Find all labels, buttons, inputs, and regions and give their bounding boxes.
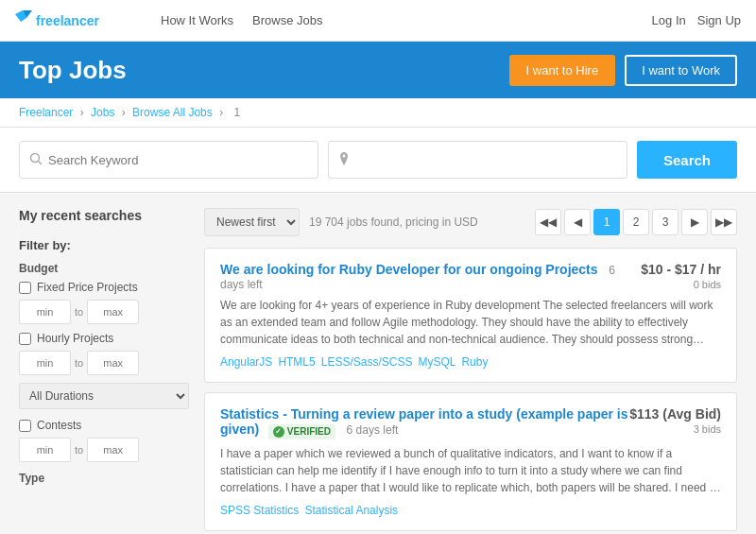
location-input[interactable]: Online Job — [355, 153, 617, 167]
logo[interactable]: freelancer — [15, 10, 138, 31]
filter-section: Filter by: Budget Fixed Price Projects t… — [19, 238, 189, 485]
location-field[interactable]: Online Job — [328, 141, 627, 179]
page-last-button[interactable]: ▶▶ — [711, 209, 737, 235]
job-description: I have a paper which we reviewed a bunch… — [220, 445, 721, 496]
hourly-min-input[interactable] — [19, 351, 71, 375]
page-prev-button[interactable]: ◀ — [564, 209, 591, 235]
job-price: $113 (Avg Bid) 3 bids — [629, 406, 721, 435]
job-days: 6 days left — [347, 423, 399, 437]
svg-text:freelancer: freelancer — [36, 13, 99, 28]
contests-range: to — [19, 438, 189, 462]
breadcrumb-browse-all[interactable]: Browse All Jobs — [132, 106, 213, 119]
job-title-area: We are looking for Ruby Developer for ou… — [220, 262, 641, 291]
results-count: 19 704 jobs found, pricing in USD — [309, 215, 525, 229]
signup-link[interactable]: Sign Up — [697, 13, 741, 27]
fixed-price-checkbox[interactable] — [19, 282, 31, 294]
page-first-button[interactable]: ◀◀ — [535, 209, 561, 235]
job-tag[interactable]: HTML5 — [278, 355, 315, 369]
contests-min-input[interactable] — [19, 438, 71, 462]
search-bar: Online Job Search — [0, 128, 756, 193]
job-bids: 0 bids — [641, 279, 721, 290]
job-header: We are looking for Ruby Developer for ou… — [220, 262, 721, 291]
hourly-checkbox[interactable] — [19, 333, 31, 345]
location-icon — [338, 152, 350, 168]
page-3-button[interactable]: 3 — [652, 209, 679, 235]
search-icon — [29, 152, 43, 168]
page-1-button[interactable]: 1 — [593, 209, 620, 235]
breadcrumb-freelancer[interactable]: Freelancer — [19, 106, 73, 119]
contests-max-input[interactable] — [87, 438, 139, 462]
job-list: We are looking for Ruby Developer for ou… — [204, 248, 737, 534]
fixed-price-range: to — [19, 300, 189, 324]
login-link[interactable]: Log In — [652, 13, 686, 27]
recent-searches-label: My recent searches — [19, 208, 189, 223]
job-price-amount: $113 (Avg Bid) — [629, 406, 721, 422]
sidebar: My recent searches Filter by: Budget Fix… — [19, 208, 189, 534]
contests-checkbox[interactable] — [19, 420, 31, 432]
keyword-field[interactable] — [19, 141, 318, 179]
contests-label: Contests — [37, 419, 81, 432]
fixed-min-input[interactable] — [19, 300, 71, 324]
fixed-price-row: Fixed Price Projects — [19, 281, 189, 294]
pagination: ◀◀ ◀ 1 2 3 ▶ ▶▶ — [535, 209, 737, 235]
filter-title: Filter by: — [19, 238, 189, 252]
fixed-price-label: Fixed Price Projects — [37, 281, 138, 294]
breadcrumb: Freelancer › Jobs › Browse All Jobs › 1 — [0, 98, 756, 128]
job-tag[interactable]: MySQL — [418, 355, 455, 369]
job-header: Statistics - Turning a review paper into… — [220, 406, 721, 439]
fixed-max-input[interactable] — [87, 300, 139, 324]
job-tag[interactable]: SPSS Statistics — [220, 504, 299, 517]
top-nav: freelancer How It Works Browse Jobs Log … — [0, 0, 756, 42]
sort-row: Newest first 19 704 jobs found, pricing … — [204, 208, 737, 236]
sort-select[interactable]: Newest first — [204, 208, 300, 236]
duration-select[interactable]: All Durations — [19, 383, 189, 409]
job-tag[interactable]: AngularJS — [220, 355, 272, 369]
job-tag[interactable]: LESS/Sass/SCSS — [321, 355, 413, 369]
work-button[interactable]: I want to Work — [625, 55, 737, 86]
job-price: $10 - $17 / hr 0 bids — [641, 262, 721, 290]
type-label: Type — [19, 472, 189, 485]
contests-row: Contests — [19, 419, 189, 432]
header-banner: Top Jobs I want to Hire I want to Work — [0, 42, 756, 98]
page-next-button[interactable]: ▶ — [681, 209, 708, 235]
keyword-input[interactable] — [48, 153, 308, 167]
hourly-max-input[interactable] — [87, 351, 139, 375]
job-price-amount: $10 - $17 / hr — [641, 262, 721, 277]
hire-button[interactable]: I want to Hire — [509, 55, 616, 86]
svg-line-4 — [39, 161, 43, 164]
job-title[interactable]: We are looking for Ruby Developer for ou… — [220, 262, 598, 277]
verified-badge: ✓ VERIFIED — [268, 424, 335, 439]
contests-to-label: to — [75, 444, 83, 456]
hourly-label: Hourly Projects — [37, 332, 113, 345]
job-title-area: Statistics - Turning a review paper into… — [220, 406, 629, 439]
search-button[interactable]: Search — [637, 141, 737, 179]
nav-right: Log In Sign Up — [652, 13, 741, 27]
budget-label: Budget — [19, 262, 189, 275]
job-description: We are looking for 4+ years of experienc… — [220, 297, 721, 348]
job-bids: 3 bids — [629, 423, 721, 435]
breadcrumb-jobs[interactable]: Jobs — [91, 106, 114, 119]
nav-links: How It Works Browse Jobs — [161, 13, 652, 27]
hourly-to-label: to — [75, 357, 83, 369]
main-results: Newest first 19 704 jobs found, pricing … — [204, 208, 737, 534]
page-2-button[interactable]: 2 — [623, 209, 649, 235]
fixed-to-label: to — [75, 306, 83, 318]
job-card: We are looking for Ruby Developer for ou… — [204, 248, 737, 383]
breadcrumb-page: 1 — [233, 106, 240, 119]
page-title: Top Jobs — [19, 56, 509, 85]
job-card: Statistics - Turning a review paper into… — [204, 392, 737, 531]
hourly-range: to — [19, 351, 189, 375]
svg-point-3 — [31, 153, 40, 162]
job-tags: SPSS StatisticsStatistical Analysis — [220, 504, 721, 517]
job-tags: AngularJSHTML5LESS/Sass/SCSSMySQLRuby — [220, 355, 721, 369]
verified-icon: ✓ — [273, 426, 284, 438]
job-tag[interactable]: Ruby — [461, 355, 488, 369]
nav-browse-jobs[interactable]: Browse Jobs — [252, 13, 322, 27]
nav-how-it-works[interactable]: How It Works — [161, 13, 233, 27]
content: My recent searches Filter by: Budget Fix… — [0, 193, 756, 534]
hourly-row: Hourly Projects — [19, 332, 189, 345]
job-tag[interactable]: Statistical Analysis — [304, 504, 398, 517]
